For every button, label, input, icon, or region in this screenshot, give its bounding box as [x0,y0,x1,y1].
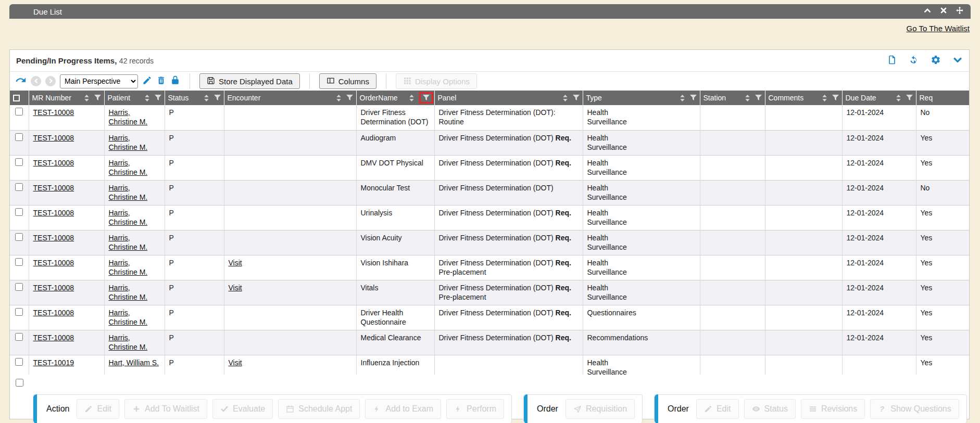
group-accent-bar [655,394,658,423]
patient-link[interactable]: Harris, Christine M. [109,108,148,126]
column-header-status[interactable]: Status [165,91,224,105]
sort-icon[interactable] [336,95,342,101]
sort-icon[interactable] [745,95,750,101]
column-header-req[interactable]: Req [916,91,969,105]
encounter-link[interactable]: Visit [229,358,242,367]
mr-number-link[interactable]: TEST-10008 [33,309,74,317]
sort-icon[interactable] [144,95,150,101]
row-select-cell[interactable] [10,355,29,375]
store-displayed-data-button[interactable]: Store Displayed Data [199,73,300,89]
patient-link[interactable]: Harris, Christine M. [109,309,148,326]
mr-number-link[interactable]: TEST-10008 [33,159,74,167]
row-select-cell[interactable] [10,255,29,280]
row-checkbox[interactable] [15,133,23,141]
row-checkbox[interactable] [15,308,23,316]
sort-icon[interactable] [562,95,568,101]
filter-icon[interactable] [832,95,839,101]
row-checkbox[interactable] [15,158,23,166]
status-cell: P [165,130,224,155]
filter-icon[interactable] [214,95,221,101]
row-select-cell[interactable] [10,230,29,255]
row-select-cell[interactable] [10,130,29,155]
row-select-cell[interactable] [10,180,29,205]
row-checkbox[interactable] [15,208,23,216]
sort-icon[interactable] [896,95,901,101]
sort-icon[interactable] [409,95,414,101]
mr-number-link[interactable]: TEST-10019 [33,358,74,367]
row-checkbox[interactable] [15,258,23,266]
edit-perspective-button[interactable] [142,75,152,87]
patient-link[interactable]: Hart, William S. [109,358,159,367]
filter-icon[interactable] [155,95,161,101]
mr-number-link[interactable]: TEST-10008 [33,134,74,142]
mr-number-link[interactable]: TEST-10008 [33,334,74,342]
patient-link[interactable]: Harris, Christine M. [109,234,148,251]
filter-icon[interactable] [94,95,101,101]
filter-icon[interactable] [690,95,697,101]
move-button[interactable] [955,7,964,16]
row-checkbox[interactable] [15,108,23,116]
column-header-patient[interactable]: Patient [104,91,165,105]
column-header-mr[interactable]: MR Number [29,91,104,105]
patient-link[interactable]: Harris, Christine M. [109,209,148,226]
next-perspective-button[interactable] [45,76,56,86]
mr-number-link[interactable]: TEST-10008 [33,184,74,192]
encounter-link[interactable]: Visit [229,259,242,267]
lock-perspective-button[interactable] [170,75,180,87]
row-select-cell[interactable] [10,155,29,180]
column-header-comments[interactable]: Comments [765,91,842,105]
row-checkbox[interactable] [15,183,23,191]
select-all-header-cell[interactable] [10,91,29,105]
select-all-bottom-checkbox[interactable] [16,379,23,387]
mr-number-link[interactable]: TEST-10008 [33,259,74,267]
mr-number-link[interactable]: TEST-10008 [33,234,74,242]
patient-link[interactable]: Harris, Christine M. [109,184,148,201]
patient-link[interactable]: Harris, Christine M. [109,159,148,176]
sort-icon[interactable] [204,95,209,101]
row-select-cell[interactable] [10,205,29,230]
column-header-encounter[interactable]: Encounter [224,91,356,105]
filter-icon[interactable] [423,95,430,101]
row-checkbox[interactable] [15,358,23,366]
filter-icon[interactable] [755,95,762,101]
mr-number-link[interactable]: TEST-10008 [33,209,74,217]
new-document-button[interactable] [887,55,897,67]
row-checkbox[interactable] [15,283,23,291]
prev-perspective-button[interactable] [31,76,41,86]
sort-icon[interactable] [822,95,827,101]
encounter-link[interactable]: Visit [229,284,242,292]
column-header-due[interactable]: Due Date [842,91,916,105]
delete-perspective-button[interactable] [156,75,166,87]
column-header-station[interactable]: Station [700,91,765,105]
go-to-waitlist-link[interactable]: Go To The Waitlist [907,24,970,33]
patient-link[interactable]: Harris, Christine M. [109,134,148,151]
select-all-checkbox[interactable] [13,95,20,101]
refresh-button[interactable] [909,55,919,67]
row-select-cell[interactable] [10,105,29,130]
sort-icon[interactable] [84,95,90,101]
column-header-order[interactable]: OrderName [356,91,434,105]
row-select-cell[interactable] [10,330,29,355]
patient-link[interactable]: Harris, Christine M. [109,259,148,276]
sort-icon[interactable] [680,95,685,101]
row-checkbox[interactable] [15,333,23,341]
mr-number-link[interactable]: TEST-10008 [33,284,74,292]
collapse-button[interactable] [923,7,932,16]
filter-icon[interactable] [346,95,353,101]
settings-button[interactable] [931,55,941,67]
patient-link[interactable]: Harris, Christine M. [109,284,148,301]
mr-number-link[interactable]: TEST-10008 [33,108,74,117]
collapse-panel-button[interactable] [952,55,963,67]
column-header-type[interactable]: Type [583,91,700,105]
undo-button[interactable] [15,74,27,88]
columns-button[interactable]: Columns [319,73,376,89]
close-button[interactable] [939,7,948,16]
column-header-panel[interactable]: Panel [434,91,583,105]
row-select-cell[interactable] [10,280,29,305]
patient-link[interactable]: Harris, Christine M. [109,334,148,351]
row-checkbox[interactable] [15,233,23,241]
row-select-cell[interactable] [10,305,29,330]
perspective-select[interactable]: Main Perspective [60,74,138,88]
filter-icon[interactable] [906,95,913,101]
filter-icon[interactable] [573,95,580,101]
